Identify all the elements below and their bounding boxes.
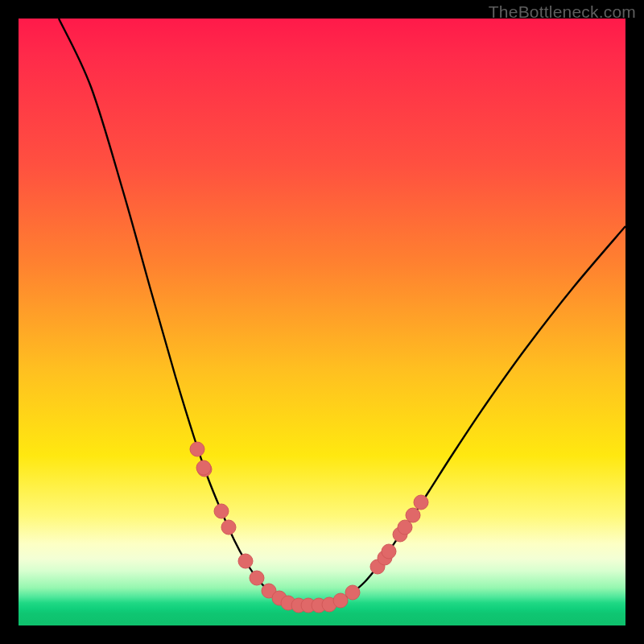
- plot-area: [19, 19, 625, 625]
- curve-dot: [414, 495, 428, 510]
- curve-dot: [221, 520, 236, 535]
- curve-dot: [250, 571, 264, 585]
- bottleneck-curve-svg: [19, 19, 625, 625]
- curve-dot: [238, 554, 253, 568]
- watermark-text: TheBottleneck.com: [489, 2, 636, 22]
- curve-dot: [190, 442, 204, 456]
- curve-dot: [196, 460, 211, 475]
- chart-frame: TheBottleneck.com: [0, 0, 644, 644]
- curve-dot: [214, 504, 229, 518]
- curve-dot: [382, 544, 396, 559]
- curve-dots: [190, 442, 428, 613]
- curve-dot: [345, 585, 360, 600]
- curve-dot: [406, 508, 420, 522]
- bottleneck-curve: [59, 19, 625, 605]
